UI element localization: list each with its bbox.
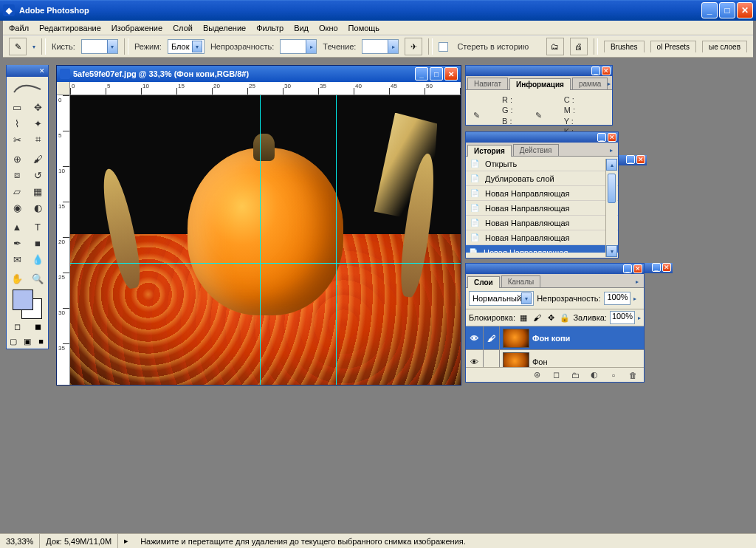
document-maximize-button[interactable]: □ xyxy=(430,67,443,81)
layer-opacity-input[interactable]: 100% xyxy=(604,292,630,305)
channels-tab[interactable]: Каналы xyxy=(501,275,541,287)
brushes-tab[interactable]: Brushes xyxy=(604,41,645,52)
new-layer-button[interactable]: ▫ xyxy=(607,369,620,381)
gradient-tool[interactable]: ▦ xyxy=(27,183,48,199)
menu-select[interactable]: Выделение xyxy=(203,24,246,32)
tools-close-button[interactable]: ✕ xyxy=(38,66,47,75)
clone-stamp-tool[interactable]: ⧇ xyxy=(7,167,27,183)
dodge-tool[interactable]: ◐ xyxy=(27,199,48,216)
notes-tool[interactable]: ✉ xyxy=(7,251,27,267)
layers-tab[interactable]: Слои xyxy=(467,276,500,288)
path-selection-tool[interactable]: ▲ xyxy=(7,219,27,235)
layer-opacity-arrow[interactable]: ▸ xyxy=(633,295,636,302)
scroll-thumb[interactable] xyxy=(608,174,616,203)
menu-image[interactable]: Изображение xyxy=(111,24,162,32)
lock-all-button[interactable]: 🔒 xyxy=(560,312,571,323)
airbrush-toggle[interactable]: ✈ xyxy=(405,38,422,55)
palette-well-button[interactable]: 🖨 xyxy=(570,38,588,55)
lock-pixels-button[interactable]: 🖌 xyxy=(532,312,543,323)
tool-presets-tab[interactable]: ol Presets xyxy=(650,41,696,52)
move-tool[interactable]: ✥ xyxy=(27,99,48,115)
layer-comps-tab[interactable]: ые слоев xyxy=(702,41,747,52)
layer-fill-input[interactable]: 100% xyxy=(610,311,635,324)
foreground-color-swatch[interactable] xyxy=(13,290,33,310)
info-tab[interactable]: Информация xyxy=(509,78,571,90)
layer-thumbnail[interactable] xyxy=(503,329,529,348)
horizontal-ruler[interactable]: 0510152025303540455055 xyxy=(70,82,461,95)
blend-mode-dropdown[interactable]: Блок▾ xyxy=(168,39,205,54)
history-tab[interactable]: История xyxy=(467,145,512,157)
layer-visibility-toggle[interactable]: 👁 xyxy=(466,326,484,349)
layer-fill-arrow[interactable]: ▸ xyxy=(638,315,641,321)
history-scrollbar[interactable]: ▴ ▾ xyxy=(605,159,617,257)
ruler-origin[interactable] xyxy=(57,82,70,95)
history-item[interactable]: ▸📄Новая Направляющая xyxy=(466,245,618,253)
zoom-readout[interactable]: 33,33% xyxy=(0,534,40,548)
menu-file[interactable]: Файл xyxy=(9,24,29,32)
screen-mode-full[interactable]: ■ xyxy=(34,334,48,349)
eyedropper-tool[interactable]: 💧 xyxy=(27,251,48,267)
navigator-tab[interactable]: Навигат xyxy=(467,78,508,89)
file-browser-button[interactable]: 🗂 xyxy=(546,38,564,55)
delete-layer-button[interactable]: 🗑 xyxy=(626,369,639,381)
lasso-tool[interactable]: ⌇ xyxy=(7,115,27,131)
crop-tool[interactable]: ✂ xyxy=(7,131,27,148)
info-panel-menu[interactable]: ▸ xyxy=(608,78,614,89)
marquee-tool[interactable]: ▭ xyxy=(7,99,27,115)
screen-mode-standard[interactable]: ▢ xyxy=(7,334,21,349)
layers-minimize-button[interactable]: _ xyxy=(623,264,632,273)
pen-tool[interactable]: ✒ xyxy=(7,235,27,251)
opacity-input[interactable]: ▸ xyxy=(280,39,317,54)
type-tool[interactable]: T xyxy=(27,219,48,235)
menu-window[interactable]: Окно xyxy=(319,24,338,32)
history-item[interactable]: 📄Новая Направляющая xyxy=(466,186,618,201)
quickmask-mode-button[interactable]: ◼ xyxy=(27,319,48,334)
history-minimize-button[interactable]: _ xyxy=(597,133,606,142)
window-maximize-button[interactable]: □ xyxy=(719,2,735,18)
layers-close-button[interactable]: ✕ xyxy=(633,264,642,273)
slice-tool[interactable]: ⌗ xyxy=(27,131,48,148)
status-menu-arrow[interactable]: ▸ xyxy=(118,534,134,548)
document-titlebar[interactable]: 5afe59fe07ef.jpg @ 33,3% (Фон копи,RGB/8… xyxy=(57,66,461,82)
menu-view[interactable]: Вид xyxy=(294,24,309,32)
hidden-close-button[interactable]: ✕ xyxy=(636,155,645,164)
eraser-tool[interactable]: ▱ xyxy=(7,183,27,199)
history-close-button[interactable]: ✕ xyxy=(608,133,616,142)
shape-tool[interactable]: ■ xyxy=(27,235,48,251)
histogram-tab[interactable]: раммa xyxy=(572,78,608,89)
window-minimize-button[interactable]: _ xyxy=(701,2,718,18)
layer-blend-mode-dropdown[interactable]: Нормальный▾ xyxy=(469,291,534,306)
actions-tab[interactable]: Действия xyxy=(513,144,559,156)
menu-help[interactable]: Помощь xyxy=(348,24,380,32)
document-minimize-button[interactable]: _ xyxy=(415,67,428,81)
layer-mask-button[interactable]: ◻ xyxy=(549,369,563,381)
guide-horizontal[interactable] xyxy=(70,263,461,264)
hand-tool[interactable]: ✋ xyxy=(7,270,27,287)
doc-size-readout[interactable]: Док: 5,49М/11,0М xyxy=(40,534,118,548)
scroll-up-button[interactable]: ▴ xyxy=(606,159,617,171)
guide-vertical[interactable] xyxy=(336,95,337,385)
active-tool-icon[interactable]: ✎ xyxy=(9,38,27,55)
flow-input[interactable]: ▸ xyxy=(362,39,399,54)
info-minimize-button[interactable]: _ xyxy=(591,66,600,75)
history-item[interactable]: 📄Новая Направляющая xyxy=(466,201,618,216)
history-item[interactable]: 📄Дублировать слой xyxy=(466,171,618,186)
history-brush-tool[interactable]: ↺ xyxy=(27,167,48,183)
history-item[interactable]: 📄Новая Направляющая xyxy=(466,230,618,245)
menu-layer[interactable]: Слой xyxy=(173,24,193,32)
canvas[interactable] xyxy=(70,95,461,385)
history-item[interactable]: 📄Новая Направляющая xyxy=(466,216,618,230)
layer-set-button[interactable]: 🗀 xyxy=(568,369,582,381)
menu-edit[interactable]: Редактирование xyxy=(39,24,101,32)
history-item[interactable]: 📄Открыть xyxy=(466,157,618,171)
screen-mode-full-menu[interactable]: ▣ xyxy=(21,334,35,349)
layer-style-button[interactable]: ⊛ xyxy=(530,369,543,381)
layer-link-toggle[interactable]: 🖌 xyxy=(484,326,500,349)
standard-mode-button[interactable]: ◻ xyxy=(7,319,27,334)
layer-item[interactable]: 👁🖌Фон копи xyxy=(466,326,644,350)
magic-wand-tool[interactable]: ✦ xyxy=(27,115,48,131)
zoom-tool[interactable]: 🔍 xyxy=(27,270,48,287)
hidden-minimize-button[interactable]: _ xyxy=(626,155,635,164)
hidden-minimize-button-2[interactable]: _ xyxy=(652,263,661,272)
healing-brush-tool[interactable]: ⊕ xyxy=(7,151,27,167)
